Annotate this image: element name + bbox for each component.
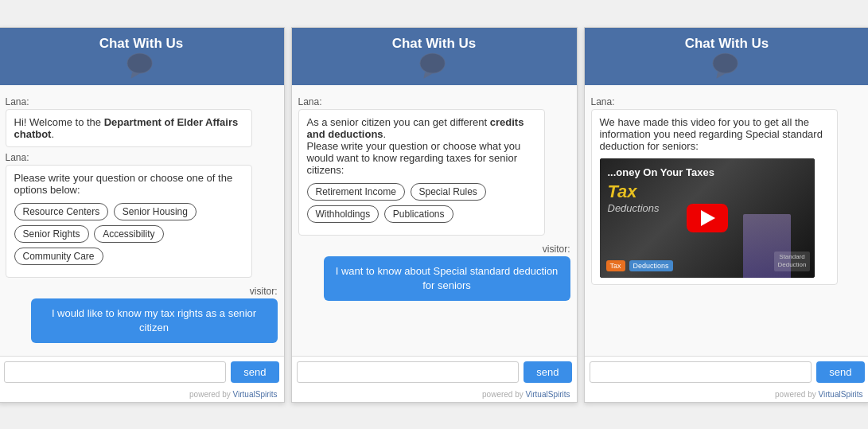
lana-bubble-1b: Please write your question or choose one… xyxy=(6,165,252,278)
chat-widget-3: Chat With Us Lana: We have made this vid… xyxy=(584,27,869,403)
chat-title-2: Chat With Us xyxy=(392,36,477,52)
chat-input-area-3: send xyxy=(585,356,869,388)
video-play-button[interactable] xyxy=(687,204,728,232)
powered-by-3: powered by VirtualSpirits xyxy=(585,388,869,402)
chat-bubble-icon-1 xyxy=(126,52,158,79)
visitor-bubble-2: I want to know about Special standard de… xyxy=(324,256,570,301)
option-withholdings[interactable]: Withholdings xyxy=(307,205,380,223)
chat-header-1: Chat With Us xyxy=(0,28,284,85)
lana-bubble-3a: We have made this video for you to get a… xyxy=(591,109,838,285)
lana-label-1b: Lana: xyxy=(6,152,278,163)
video-tag-deductions: Deductions xyxy=(629,260,673,271)
lana-label-3a: Lana: xyxy=(591,96,863,107)
option-special-rules[interactable]: Special Rules xyxy=(411,183,486,201)
options-area-1: Resource Centers Senior Housing Senior R… xyxy=(14,201,243,267)
visitor-label-2: visitor: xyxy=(298,244,570,255)
chat-widgets-container: Chat With Us Lana: Hi! Welcome to the De… xyxy=(0,27,868,403)
chat-body-1: Lana: Hi! Welcome to the Department of E… xyxy=(0,85,284,356)
svg-point-1 xyxy=(127,53,151,72)
svg-point-5 xyxy=(713,53,737,72)
powered-by-1: powered by VirtualSpirits xyxy=(0,388,284,402)
chat-bubble-icon-3 xyxy=(711,52,743,79)
lana-label-1a: Lana: xyxy=(6,96,278,107)
video-bottom-tags: Tax Deductions xyxy=(606,260,673,271)
chat-input-1[interactable] xyxy=(4,361,227,383)
lana-bubble-1a: Hi! Welcome to the Department of Elder A… xyxy=(6,109,252,147)
send-button-1[interactable]: send xyxy=(231,361,278,383)
option-senior-rights[interactable]: Senior Rights xyxy=(14,225,89,243)
video-title-line2: Tax xyxy=(608,181,807,202)
option-publications[interactable]: Publications xyxy=(384,205,453,223)
play-triangle-icon xyxy=(701,210,715,226)
visitor-bubble-1: I would like to know my tax rights as a … xyxy=(31,298,278,343)
svg-point-3 xyxy=(420,53,444,72)
visitor-label-1: visitor: xyxy=(6,286,278,297)
video-tag-tax: Tax xyxy=(606,260,625,271)
chat-widget-1: Chat With Us Lana: Hi! Welcome to the De… xyxy=(0,27,285,403)
option-senior-housing[interactable]: Senior Housing xyxy=(114,203,197,220)
chat-title-3: Chat With Us xyxy=(685,36,769,52)
options-area-2: Retirement Income Special Rules Withhold… xyxy=(307,181,536,225)
send-button-2[interactable]: send xyxy=(524,361,571,383)
lana-bubble-2a: As a senior citizen you can get differen… xyxy=(298,109,545,236)
virtual-spirits-2: VirtualSpirits xyxy=(526,390,570,399)
chat-header-2: Chat With Us xyxy=(292,28,577,85)
option-accessibility[interactable]: Accessibility xyxy=(94,225,163,243)
video-title-line1: ...oney On Your Taxes xyxy=(608,166,807,178)
chat-input-area-2: send xyxy=(292,356,577,388)
powered-by-2: powered by VirtualSpirits xyxy=(292,388,577,402)
option-community-care[interactable]: Community Care xyxy=(14,248,103,265)
video-thumbnail[interactable]: ...oney On Your Taxes Tax Deductions Sta… xyxy=(600,158,815,278)
chat-widget-2: Chat With Us Lana: As a senior citizen y… xyxy=(291,27,578,403)
chat-input-2[interactable] xyxy=(297,361,520,383)
chat-body-3: Lana: We have made this video for you to… xyxy=(585,85,869,356)
chat-title-1: Chat With Us xyxy=(99,36,184,52)
send-button-3[interactable]: send xyxy=(816,361,864,383)
video-std-deduction-label: StandardDeduction xyxy=(774,252,809,271)
chat-header-3: Chat With Us xyxy=(585,28,869,85)
lana-label-2a: Lana: xyxy=(298,96,570,107)
option-resource-centers[interactable]: Resource Centers xyxy=(14,203,109,220)
chat-input-3[interactable] xyxy=(590,361,812,383)
chat-input-area-1: send xyxy=(0,356,284,388)
chat-body-2: Lana: As a senior citizen you can get di… xyxy=(292,85,577,356)
virtual-spirits-3: VirtualSpirits xyxy=(819,390,863,399)
chat-bubble-icon-2 xyxy=(418,52,450,79)
virtual-spirits-1: VirtualSpirits xyxy=(233,390,278,399)
option-retirement-income[interactable]: Retirement Income xyxy=(307,183,405,201)
